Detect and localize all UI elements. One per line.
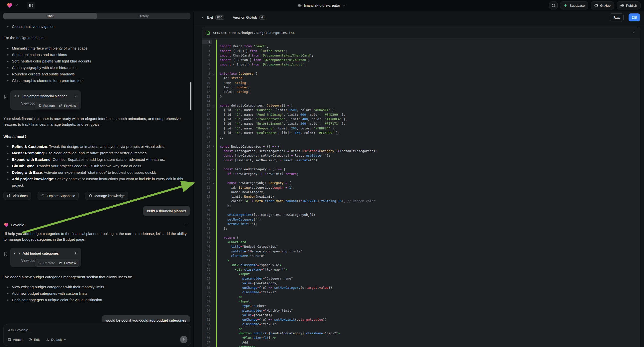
visit-docs-button[interactable]: Visit docs xyxy=(4,192,31,200)
line-number[interactable]: 12 xyxy=(202,90,212,94)
github-button[interactable]: GitHub xyxy=(591,2,614,10)
line-number[interactable]: 2 xyxy=(202,44,212,48)
line-number[interactable]: 14 xyxy=(202,99,212,103)
line-number[interactable]: 18 xyxy=(202,117,212,122)
line-number[interactable]: 51 xyxy=(202,267,212,272)
settings-button[interactable] xyxy=(549,2,558,10)
line-number[interactable]: 53 xyxy=(202,276,212,281)
line-number[interactable]: 38 xyxy=(202,208,212,212)
publish-button[interactable]: Publish xyxy=(616,2,640,10)
explore-supabase-button[interactable]: Explore Supabase xyxy=(38,192,79,200)
mode-select[interactable]: Default xyxy=(46,338,67,342)
line-number[interactable]: 19 xyxy=(202,122,212,126)
line-number[interactable]: 65 xyxy=(202,331,212,336)
tab-chat[interactable]: Chat xyxy=(3,13,97,20)
line-number[interactable]: 63 xyxy=(202,322,212,326)
line-number[interactable]: 15 xyxy=(202,103,212,108)
project-switcher[interactable]: financial-future-creator xyxy=(298,4,346,8)
line-number[interactable]: 37 xyxy=(202,204,212,208)
line-number[interactable]: 48 xyxy=(202,254,212,258)
line-number[interactable]: 58 xyxy=(202,299,212,304)
line-number[interactable]: 34 xyxy=(202,190,212,194)
restore-button[interactable]: Restore xyxy=(38,103,55,108)
line-number[interactable]: 21 xyxy=(202,131,212,135)
line-number[interactable]: 62 xyxy=(202,318,212,322)
diff-toggle-button[interactable]: Diff xyxy=(628,14,640,22)
line-number[interactable]: 39 xyxy=(202,212,212,217)
fold-toggle-icon[interactable] xyxy=(212,103,216,108)
line-number[interactable]: 13 xyxy=(202,94,212,99)
send-button[interactable] xyxy=(180,336,188,343)
raw-toggle-button[interactable]: Raw xyxy=(610,14,624,22)
line-number[interactable]: 64 xyxy=(202,326,212,331)
line-number[interactable]: 36 xyxy=(202,199,212,203)
code-editor[interactable]: 12import React from 'react';3import { Pl… xyxy=(202,38,640,347)
view-on-github-button[interactable]: View on GitHub G xyxy=(233,16,265,20)
line-number[interactable]: 60 xyxy=(202,308,212,313)
line-number[interactable]: 55 xyxy=(202,286,212,290)
line-number[interactable]: 46 xyxy=(202,244,212,249)
line-number[interactable]: 68 xyxy=(202,345,212,347)
line-number[interactable]: 44 xyxy=(202,236,212,240)
line-number[interactable]: 50 xyxy=(202,263,212,267)
line-number[interactable]: 22 xyxy=(202,135,212,140)
line-number[interactable]: 7 xyxy=(202,67,212,72)
line-number[interactable]: 27 xyxy=(202,158,212,162)
line-number[interactable]: 9 xyxy=(202,76,212,80)
line-number[interactable]: 5 xyxy=(202,58,212,62)
line-number[interactable]: 59 xyxy=(202,304,212,308)
restore-button[interactable]: Restore xyxy=(38,260,55,266)
line-number[interactable]: 24 xyxy=(202,144,212,149)
more-options-icon[interactable]: ··· xyxy=(183,222,190,228)
line-number[interactable]: 25 xyxy=(202,149,212,153)
line-number[interactable]: 47 xyxy=(202,249,212,254)
preview-button[interactable]: Preview xyxy=(59,260,76,266)
fold-toggle-icon[interactable] xyxy=(212,72,216,76)
line-number[interactable]: 17 xyxy=(202,112,212,117)
line-number[interactable]: 41 xyxy=(202,222,212,226)
line-number[interactable]: 3 xyxy=(202,49,212,53)
line-number[interactable]: 26 xyxy=(202,153,212,158)
file-header[interactable]: src/components/budget/BudgetCategories.t… xyxy=(202,27,640,38)
line-number[interactable]: 20 xyxy=(202,126,212,131)
line-number[interactable]: 30 xyxy=(202,172,212,176)
line-number[interactable]: 42 xyxy=(202,226,212,231)
exit-label-group[interactable]: Exit ESC xyxy=(207,16,224,20)
line-number[interactable]: 52 xyxy=(202,272,212,276)
fold-toggle-icon[interactable] xyxy=(212,181,216,185)
chat-messages[interactable]: Clean, intuitive navigation For the desi… xyxy=(0,21,194,322)
line-number[interactable]: 16 xyxy=(202,108,212,112)
exit-button[interactable] xyxy=(201,16,205,20)
collapse-file-icon[interactable] xyxy=(632,30,636,35)
logo-chevron-down-icon[interactable] xyxy=(15,3,18,8)
supabase-button[interactable]: Supabase xyxy=(560,2,588,10)
line-number[interactable]: 29 xyxy=(202,167,212,172)
chat-scrollbar-thumb[interactable] xyxy=(190,82,192,110)
preview-button[interactable]: Preview xyxy=(59,103,76,108)
line-number[interactable]: 35 xyxy=(202,194,212,199)
line-number[interactable]: 8 xyxy=(202,72,212,76)
line-number[interactable]: 1 xyxy=(202,40,212,44)
tab-history[interactable]: History xyxy=(97,13,190,20)
fold-toggle-icon[interactable] xyxy=(212,167,216,172)
manage-knowledge-button[interactable]: Manage knowledge xyxy=(85,192,128,200)
chat-input[interactable] xyxy=(8,328,186,332)
line-number[interactable]: 45 xyxy=(202,240,212,244)
line-number[interactable]: 23 xyxy=(202,140,212,144)
sidebar-toggle-button[interactable] xyxy=(27,2,35,9)
line-number[interactable]: 40 xyxy=(202,217,212,222)
bookmark-icon[interactable] xyxy=(4,94,8,100)
line-number[interactable]: 54 xyxy=(202,281,212,286)
lovable-logo-icon[interactable] xyxy=(6,2,13,8)
line-number[interactable]: 11 xyxy=(202,85,212,90)
line-number[interactable]: 32 xyxy=(202,181,212,185)
line-number[interactable]: 10 xyxy=(202,81,212,85)
line-number[interactable]: 67 xyxy=(202,340,212,345)
line-number[interactable]: 49 xyxy=(202,258,212,262)
line-number[interactable]: 56 xyxy=(202,290,212,294)
chevron-right-icon[interactable] xyxy=(74,93,78,99)
line-number[interactable]: 4 xyxy=(202,53,212,58)
line-number[interactable]: 43 xyxy=(202,231,212,235)
chevron-right-icon[interactable] xyxy=(74,251,78,256)
line-number[interactable]: 61 xyxy=(202,313,212,318)
